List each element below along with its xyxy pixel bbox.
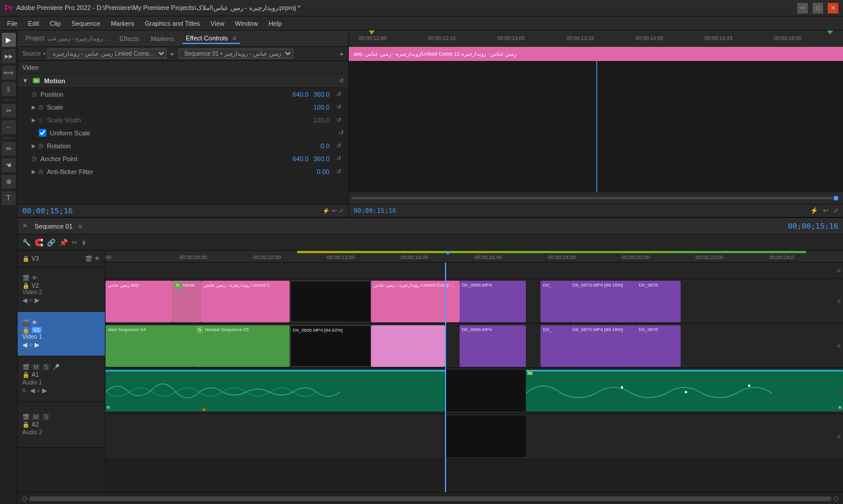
- source-scrollbar[interactable]: [351, 197, 834, 199]
- v1-track-row[interactable]: sted Sequence 04 fxNested Sequence 05 DI…: [106, 323, 843, 368]
- menu-file[interactable]: File: [2, 19, 22, 28]
- source-monitor-canvas[interactable]: [349, 61, 843, 204]
- a1-clip-gap[interactable]: [445, 370, 526, 411]
- v1-clip-1[interactable]: sted Sequence 04: [106, 325, 194, 367]
- v1-clip-8[interactable]: DII_067S.MP4 [88.19%]: [570, 325, 637, 367]
- timeline-scrollbar[interactable]: [29, 496, 831, 501]
- ec-play-icon[interactable]: ▸: [341, 50, 344, 57]
- rotation-expand-icon[interactable]: ▶: [32, 143, 36, 149]
- marker-icon[interactable]: 📌: [59, 239, 68, 247]
- anchor-point-value2[interactable]: 360.0: [313, 155, 329, 162]
- menu-markers[interactable]: Markers: [106, 19, 139, 28]
- anchor-point-reset-icon[interactable]: ↺: [334, 155, 344, 162]
- motion-fx-row[interactable]: ▼ fx Motion ↺: [18, 74, 348, 88]
- a1-next-icon[interactable]: ▶: [42, 387, 47, 394]
- anchor-point-value1[interactable]: 640.0: [293, 155, 309, 162]
- v2-eye-icon[interactable]: 👁: [32, 275, 38, 281]
- v1-clip-3[interactable]: DII_0666.MP4 [84.62%]: [290, 325, 371, 367]
- rotation-reset-icon[interactable]: ↺: [334, 142, 344, 149]
- v3-track-row[interactable]: [106, 263, 843, 279]
- menu-clip[interactable]: Clip: [45, 19, 66, 28]
- v2-lock-icon[interactable]: 🔒: [22, 282, 29, 289]
- v3-toggle-icon[interactable]: 🎬: [85, 256, 92, 262]
- menu-window[interactable]: Window: [230, 19, 263, 28]
- maximize-button[interactable]: □: [813, 3, 823, 13]
- v2-add-icon[interactable]: ○: [29, 297, 33, 304]
- scale-width-reset-icon[interactable]: ↺: [334, 117, 344, 123]
- slip-tool-button[interactable]: ↔: [2, 120, 16, 134]
- v2-track-row[interactable]: زمین عباس.aep fxNeste رویدارچیره - زمین …: [106, 279, 843, 323]
- v1-add-icon[interactable]: ○: [29, 341, 33, 348]
- v1-clip-7[interactable]: DII_: [541, 325, 570, 367]
- selection-tool-button[interactable]: ▶: [2, 33, 16, 47]
- close-button[interactable]: ✕: [828, 3, 838, 13]
- ec-settings-icon[interactable]: ↩: [332, 207, 336, 214]
- v1-clip-5[interactable]: DII_0666.MP4: [460, 325, 526, 367]
- ec-scroll-area[interactable]: Video ▼ fx Motion ↺ ◷ Position 640.0: [18, 61, 348, 204]
- a1-toggle-icon[interactable]: 🎬: [22, 364, 29, 370]
- a1-lock-icon[interactable]: 🔒: [22, 372, 29, 378]
- menu-edit[interactable]: Edit: [23, 19, 44, 28]
- ripple-edit-tool-button[interactable]: ⟺: [2, 66, 16, 80]
- anti-flicker-stopwatch-icon[interactable]: ◷: [38, 168, 43, 175]
- v2-clip-1[interactable]: زمین عباس.aep: [106, 281, 172, 322]
- anti-flicker-expand-icon[interactable]: ▶: [32, 169, 36, 175]
- timeline-scroll-right[interactable]: [834, 496, 838, 501]
- uniform-scale-checkbox[interactable]: [39, 129, 46, 137]
- motion-reset-icon[interactable]: ↺: [339, 77, 344, 84]
- a1-m-icon[interactable]: M: [32, 364, 40, 370]
- source-dropdown[interactable]: زمین عباس - رویدارچیره Linked Comp...: [47, 49, 166, 59]
- v1-clip-2[interactable]: fxNested Sequence 05: [194, 325, 290, 367]
- a2-s-icon[interactable]: S: [42, 414, 50, 420]
- source-fullscreen-icon[interactable]: ⤢: [833, 207, 838, 214]
- pen-tool-button[interactable]: ✏: [2, 142, 16, 156]
- rolling-edit-tool-button[interactable]: ||: [2, 82, 16, 96]
- filter-icon[interactable]: ⚡: [322, 207, 329, 214]
- razor-icon[interactable]: ✂: [72, 239, 77, 247]
- source-filter-icon[interactable]: ⚡: [810, 207, 818, 214]
- seq-close-icon[interactable]: ✕: [22, 222, 28, 230]
- a1-add-icon[interactable]: ○: [36, 387, 40, 394]
- source-settings-icon[interactable]: ↩: [823, 207, 828, 214]
- scale-width-expand-icon[interactable]: ▶: [32, 117, 36, 123]
- scale-stopwatch-icon[interactable]: ◷: [38, 104, 43, 110]
- razor-tool-button[interactable]: ✂: [2, 104, 16, 118]
- anchor-point-stopwatch-icon[interactable]: ◷: [32, 155, 37, 162]
- v2-clip-4[interactable]: [290, 281, 371, 322]
- motion-expand-icon[interactable]: ▼: [22, 77, 28, 84]
- v2-clip-10[interactable]: DII_0676: [637, 281, 681, 322]
- track-select-tool-button[interactable]: ▶▶: [2, 49, 16, 63]
- uniform-scale-reset-icon[interactable]: ↺: [339, 130, 344, 136]
- minimize-button[interactable]: ─: [797, 3, 808, 13]
- v3-lock-icon[interactable]: 🔒: [22, 256, 29, 262]
- v2-clip-2[interactable]: fxNeste: [172, 281, 201, 322]
- a1-mic-icon[interactable]: 🎤: [52, 364, 59, 370]
- v2-toggle-icon[interactable]: 🎬: [22, 275, 29, 281]
- seq-menu-icon[interactable]: ≡: [79, 223, 82, 230]
- v3-eye-icon[interactable]: 👁: [94, 256, 100, 262]
- v1-next-icon[interactable]: ▶: [35, 341, 39, 349]
- scale-width-stopwatch-icon[interactable]: ◷: [38, 117, 43, 123]
- a2-lock-icon[interactable]: 🔒: [22, 421, 29, 428]
- scale-expand-icon[interactable]: ▶: [32, 104, 36, 110]
- ec-expand-icon[interactable]: ⤢: [339, 207, 344, 214]
- menu-sequence[interactable]: Sequence: [67, 19, 106, 28]
- v1-prev-icon[interactable]: ◀: [22, 341, 27, 349]
- menu-help[interactable]: Help: [264, 19, 287, 28]
- a2-track-row[interactable]: [106, 414, 843, 459]
- v2-clip-8[interactable]: DII_: [541, 281, 570, 322]
- position-value2[interactable]: 360.0: [313, 91, 329, 98]
- v2-prev-icon[interactable]: ◀: [22, 297, 27, 304]
- position-reset-icon[interactable]: ↺: [334, 91, 344, 97]
- a2-black-region[interactable]: [445, 416, 526, 457]
- link-icon[interactable]: 🔗: [47, 239, 56, 247]
- effect-controls-tab[interactable]: Effect Controls ≡: [182, 33, 240, 44]
- a1-track-row[interactable]: R: [106, 368, 843, 414]
- markers-tab[interactable]: Markers: [147, 34, 178, 43]
- scale-width-value1[interactable]: 100.0: [313, 117, 329, 124]
- wrench-icon[interactable]: 🔧: [22, 239, 31, 247]
- sequence-dropdown[interactable]: Sequence 01 • زمین عباس - رویدارچیر...: [179, 49, 293, 59]
- effects-tab[interactable]: Effects: [116, 34, 142, 43]
- v1-toggle-icon[interactable]: 🎬: [22, 319, 29, 326]
- hand-tool-button[interactable]: ☚: [2, 158, 16, 172]
